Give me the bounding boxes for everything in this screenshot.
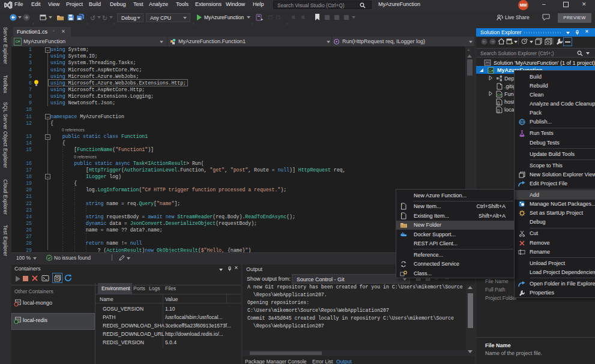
svg-text:{}: {} — [497, 100, 500, 105]
svg-text:C#: C# — [489, 69, 494, 73]
svg-text:C#: C# — [497, 93, 502, 97]
svg-text:{}: {} — [497, 108, 500, 113]
